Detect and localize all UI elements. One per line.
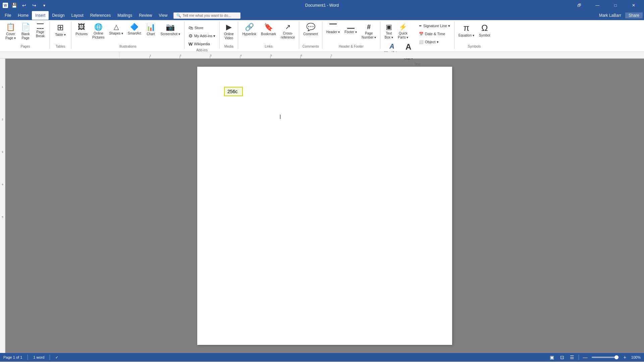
read-mode-button[interactable]: ☰ bbox=[569, 354, 576, 361]
my-addins-button[interactable]: ⚙ My Add-ins ▾ bbox=[186, 32, 217, 40]
bookmark-icon: 🔖 bbox=[264, 23, 273, 31]
quick-parts-button[interactable]: ⚡ QuickParts ▾ bbox=[396, 22, 410, 41]
menu-design[interactable]: Design bbox=[49, 11, 68, 20]
symbol-icon: Ω bbox=[481, 23, 488, 32]
signature-line-label: Signature Line ▾ bbox=[423, 24, 450, 28]
page-break-button[interactable]: PageBreak bbox=[33, 22, 47, 40]
menu-layout[interactable]: Layout bbox=[68, 11, 87, 20]
document-area[interactable]: 256c I bbox=[5, 59, 644, 353]
footer-icon bbox=[347, 23, 355, 29]
menu-file[interactable]: File bbox=[1, 11, 14, 20]
save-button[interactable]: 💾 bbox=[10, 1, 18, 9]
table-button[interactable]: ⊞ Table ▾ bbox=[52, 22, 69, 38]
header-button[interactable]: Header ▾ bbox=[324, 22, 342, 36]
drop-cap-button[interactable]: A DropCap ▾ bbox=[402, 42, 415, 62]
comments-group-label: Comments bbox=[301, 44, 320, 48]
page-number-button[interactable]: # PageNumber ▾ bbox=[360, 22, 378, 41]
blank-page-button[interactable]: 📄 BlankPage bbox=[18, 22, 33, 42]
undo-button[interactable]: ↩ bbox=[20, 1, 28, 9]
online-pictures-button[interactable]: 🌐 OnlinePictures bbox=[90, 22, 106, 41]
close-button[interactable]: ✕ bbox=[626, 0, 641, 11]
signature-line-button[interactable]: ✒ Signature Line ▾ bbox=[417, 22, 452, 29]
blank-page-label: BlankPage bbox=[21, 32, 30, 40]
share-button[interactable]: Share bbox=[625, 12, 643, 18]
web-layout-button[interactable]: ⊡ bbox=[558, 354, 566, 361]
title-bar-right: 🗗 — □ ✕ bbox=[572, 0, 641, 11]
ruler-svg: 1 2 3 4 5 6 7 bbox=[119, 52, 644, 58]
store-icon: 🛍 bbox=[189, 25, 193, 31]
wikipedia-button[interactable]: W Wikipedia bbox=[186, 40, 212, 48]
text-box-label: TextBox ▾ bbox=[385, 32, 393, 40]
search-bar[interactable]: 🔍 Tell me what you want to do... bbox=[173, 12, 240, 19]
footer-button[interactable]: Footer ▾ bbox=[342, 22, 359, 36]
print-layout-button[interactable]: ▣ bbox=[548, 354, 556, 361]
document-page[interactable]: 256c I bbox=[197, 67, 452, 345]
smartart-button[interactable]: 🔷 SmartArt bbox=[126, 22, 143, 37]
online-video-button[interactable]: ▶ OnlineVideo bbox=[222, 22, 236, 42]
zoom-out-button[interactable]: — bbox=[582, 354, 589, 361]
comment-label: Comment bbox=[303, 32, 318, 36]
cross-reference-button[interactable]: ↗ Cross-reference bbox=[279, 22, 297, 41]
ribbon-group-tables: ⊞ Table ▾ Tables bbox=[50, 21, 71, 49]
hyperlink-button[interactable]: 🔗 Hyperlink bbox=[240, 22, 258, 38]
page-number-icon: # bbox=[367, 23, 371, 30]
svg-text:4: 4 bbox=[240, 54, 242, 57]
zoom-percent: 100% bbox=[631, 355, 641, 359]
menu-insert[interactable]: Insert bbox=[32, 11, 49, 20]
screenshot-button[interactable]: 📷 Screenshot ▾ bbox=[159, 22, 182, 38]
links-group-label: Links bbox=[240, 44, 297, 48]
cross-reference-icon: ↗ bbox=[285, 23, 291, 30]
menu-home[interactable]: Home bbox=[14, 11, 32, 20]
ribbon-group-symbols: π Equation ▾ Ω Symbol Symbols bbox=[454, 21, 494, 49]
menu-review[interactable]: Review bbox=[136, 11, 155, 20]
quick-parts-label: QuickParts ▾ bbox=[398, 32, 408, 40]
date-time-label: Date & Time bbox=[425, 32, 445, 36]
minimize-button[interactable]: — bbox=[590, 0, 605, 11]
svg-text:2: 2 bbox=[180, 54, 181, 57]
my-addins-icon: ⚙ bbox=[189, 33, 193, 39]
store-button[interactable]: 🛍 Store bbox=[186, 24, 205, 32]
page-break-icon bbox=[37, 23, 44, 29]
maximize-button[interactable]: □ bbox=[608, 0, 623, 11]
bookmark-button[interactable]: 🔖 Bookmark bbox=[259, 22, 278, 38]
wordart-button[interactable]: A WordArt ▾ bbox=[382, 42, 401, 62]
shapes-icon: △ bbox=[114, 23, 119, 30]
ribbon-group-pages: 📋 CoverPage ▾ 📄 BlankPage PageBreak Page… bbox=[1, 21, 50, 49]
text-group-label: Text bbox=[382, 62, 452, 66]
menu-references[interactable]: References bbox=[87, 11, 114, 20]
svg-text:3: 3 bbox=[210, 54, 212, 57]
menu-mailings[interactable]: Mailings bbox=[114, 11, 136, 20]
zoom-slider[interactable] bbox=[592, 357, 619, 358]
restore-button[interactable]: 🗗 bbox=[572, 0, 587, 11]
object-button[interactable]: ⬜ Object ▾ bbox=[417, 38, 452, 46]
pictures-button[interactable]: 🖼 Pictures bbox=[73, 22, 90, 38]
word-count: 1 word bbox=[33, 355, 44, 359]
cover-page-button[interactable]: 📋 CoverPage ▾ bbox=[3, 22, 18, 42]
symbol-button[interactable]: Ω Symbol bbox=[477, 22, 492, 39]
signature-line-icon: ✒ bbox=[419, 24, 422, 28]
shapes-button[interactable]: △ Shapes ▾ bbox=[107, 22, 125, 37]
redo-button[interactable]: ↪ bbox=[30, 1, 38, 9]
user-label: Mark LaBarr bbox=[599, 13, 621, 18]
text-box-button[interactable]: ▣ TextBox ▾ bbox=[382, 22, 395, 41]
ribbon: 📋 CoverPage ▾ 📄 BlankPage PageBreak Page… bbox=[0, 20, 644, 52]
highlighted-cell[interactable]: 256c bbox=[224, 87, 243, 96]
date-time-button[interactable]: 📅 Date & Time bbox=[417, 30, 452, 38]
hyperlink-icon: 🔗 bbox=[245, 23, 254, 31]
status-bar: Page 1 of 1 1 word ✓ ▣ ⊡ ☰ — + 100% bbox=[0, 353, 644, 362]
object-icon: ⬜ bbox=[419, 40, 424, 44]
online-pictures-label: OnlinePictures bbox=[92, 32, 104, 40]
page-info: Page 1 of 1 bbox=[3, 355, 22, 359]
menu-view[interactable]: View bbox=[156, 11, 171, 20]
chart-button[interactable]: 📊 Chart bbox=[144, 22, 158, 38]
equation-button[interactable]: π Equation ▾ bbox=[457, 22, 476, 39]
app-icon: W bbox=[3, 3, 8, 8]
page-break-label: PageBreak bbox=[36, 30, 45, 38]
page-number-label: PageNumber ▾ bbox=[362, 32, 376, 40]
comment-button[interactable]: 💬 Comment bbox=[301, 22, 320, 38]
menu-bar: File Home Insert Design Layout Reference… bbox=[0, 11, 644, 20]
zoom-in-button[interactable]: + bbox=[621, 354, 629, 361]
cover-page-icon: 📋 bbox=[6, 23, 15, 31]
customize-qat-button[interactable]: ▼ bbox=[40, 1, 48, 9]
addins-group-label: Add-ins bbox=[186, 48, 217, 52]
